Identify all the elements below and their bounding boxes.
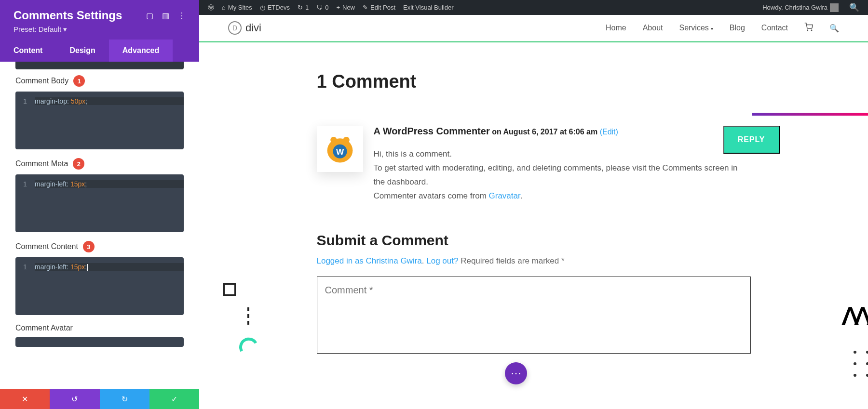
gauge-icon: ◷ <box>260 4 265 11</box>
refresh-icon: ↻ <box>298 4 303 11</box>
comments-link[interactable]: 🗨0 <box>312 0 332 15</box>
comment-author: A WordPress Commenter <box>374 126 490 136</box>
preset-dropdown[interactable]: Preset: Default ▾ <box>14 25 186 34</box>
howdy-link[interactable]: Howdy, Christina Gwira <box>759 0 842 15</box>
cart-icon[interactable] <box>804 23 813 33</box>
reply-button[interactable]: REPLY <box>723 126 780 154</box>
nav-search-icon[interactable]: 🔍 <box>829 24 839 33</box>
field-label-comment-body: Comment Body 1 <box>15 75 184 87</box>
save-button[interactable]: ✓ <box>149 389 199 409</box>
nav-home[interactable]: Home <box>606 24 626 32</box>
chevron-down-icon: ▾ <box>711 26 713 31</box>
panel-tabs: Content Design Advanced <box>0 40 199 62</box>
my-sites-link[interactable]: ⌂My Sites <box>218 0 256 15</box>
decoration-zigzag: ᐱᐱᐱᐱ <box>842 303 868 330</box>
divi-settings-panel: Comments Settings ▢ ▥ ⋮ Preset: Default … <box>0 0 199 409</box>
site-link[interactable]: ◷ETDevs <box>256 0 294 15</box>
comment-date: on August 6, 2017 at 6:06 am <box>492 128 597 136</box>
site-logo[interactable]: D divi <box>228 21 261 35</box>
hover-icon[interactable]: ▢ <box>146 11 153 20</box>
decoration-arc <box>236 334 258 352</box>
gravatar-link[interactable]: Gravatar <box>489 191 520 200</box>
css-editor-comment-body[interactable]: 1margin-top: 50px; <box>15 92 184 149</box>
new-link[interactable]: +New <box>332 0 359 15</box>
annotation-badge-2: 2 <box>73 158 84 170</box>
decoration-square <box>223 283 236 296</box>
site-nav: D divi Home About Services▾ Blog Contact… <box>199 15 868 41</box>
exit-visual-builder-link[interactable]: Exit Visual Builder <box>399 0 458 15</box>
menu-icon[interactable]: ⋮ <box>178 11 186 20</box>
code-box-remnant <box>15 62 184 69</box>
comment-edit-link[interactable]: (Edit) <box>600 128 618 136</box>
tab-advanced[interactable]: Advanced <box>109 40 173 62</box>
svg-text:W: W <box>336 147 344 157</box>
submit-comment-title: Submit a Comment <box>317 232 751 249</box>
logged-in-as-link[interactable]: Logged in as Christina Gwira <box>317 256 422 265</box>
nav-services[interactable]: Services▾ <box>679 24 713 32</box>
tab-content[interactable]: Content <box>0 40 56 62</box>
decoration-dashes <box>247 307 249 325</box>
main-area: ⓦ ⌂My Sites ◷ETDevs ↻1 🗨0 +New ✎Edit Pos… <box>199 0 868 409</box>
annotation-badge-3: 3 <box>83 241 95 252</box>
field-label-text: Comment Body <box>15 77 68 85</box>
logout-link[interactable]: Log out? <box>426 256 458 265</box>
field-label-text: Comment Avatar <box>15 324 73 332</box>
wp-admin-bar: ⓦ ⌂My Sites ◷ETDevs ↻1 🗨0 +New ✎Edit Pos… <box>199 0 868 15</box>
wapuu-icon: W <box>324 133 356 165</box>
nav-contact[interactable]: Contact <box>761 24 788 32</box>
annotation-badge-1: 1 <box>73 75 85 87</box>
submit-meta: Logged in as Christina Gwira. Log out? R… <box>317 256 751 266</box>
field-label-text: Comment Content <box>15 242 78 251</box>
required-text: Required fields are marked * <box>461 256 564 265</box>
css-editor-comment-meta[interactable]: 1margin-left: 15px; <box>15 174 184 232</box>
css-editor-comment-content[interactable]: 1margin-left: 15px; <box>15 257 184 315</box>
svg-point-0 <box>807 30 808 31</box>
house-icon: ⌂ <box>222 4 226 11</box>
css-editor-comment-avatar[interactable] <box>15 337 184 347</box>
undo-button[interactable]: ↺ <box>50 389 99 409</box>
progress-bar <box>199 41 868 42</box>
adminbar-search-icon[interactable]: 🔍 <box>845 0 863 15</box>
comment-textarea[interactable] <box>317 277 751 354</box>
panel-footer: ✕ ↺ ↻ ✓ <box>0 389 199 409</box>
wp-logo-icon[interactable]: ⓦ <box>204 0 218 15</box>
svg-point-5 <box>330 137 337 143</box>
comment-icon: 🗨 <box>316 4 323 11</box>
field-label-comment-meta: Comment Meta 2 <box>15 158 184 170</box>
module-fab-button[interactable]: ⋯ <box>505 362 527 384</box>
plus-icon: + <box>336 4 340 11</box>
panel-title: Comments Settings <box>14 9 122 22</box>
page-content: 1 Comment W REPLY A WordPress C <box>199 71 868 356</box>
pencil-icon: ✎ <box>363 4 368 11</box>
responsive-icon[interactable]: ▥ <box>162 11 169 20</box>
decoration-gradient <box>752 113 868 116</box>
svg-point-1 <box>811 30 812 31</box>
comment-avatar: W <box>317 126 363 172</box>
panel-scroll[interactable]: Comment Body 1 1margin-top: 50px; Commen… <box>0 62 199 389</box>
comment-item: W REPLY A WordPress Commenter on August … <box>317 126 751 203</box>
logo-d-icon: D <box>228 21 242 35</box>
tab-design[interactable]: Design <box>56 40 108 62</box>
nav-about[interactable]: About <box>643 24 663 32</box>
field-label-text: Comment Meta <box>15 159 68 168</box>
nav-blog[interactable]: Blog <box>730 24 745 32</box>
panel-header: Comments Settings ▢ ▥ ⋮ Preset: Default … <box>0 0 199 40</box>
edit-post-link[interactable]: ✎Edit Post <box>359 0 399 15</box>
logo-text: divi <box>245 22 261 34</box>
updates-link[interactable]: ↻1 <box>294 0 312 15</box>
comments-count-title: 1 Comment <box>317 71 751 92</box>
field-label-comment-content: Comment Content 3 <box>15 241 184 252</box>
svg-point-6 <box>343 137 349 143</box>
decoration-dots <box>854 351 868 377</box>
redo-button[interactable]: ↻ <box>100 389 149 409</box>
discard-button[interactable]: ✕ <box>0 389 50 409</box>
avatar-icon <box>830 3 839 12</box>
field-label-comment-avatar: Comment Avatar <box>15 324 184 332</box>
comment-body: Hi, this is a comment. To get started wi… <box>374 147 751 203</box>
